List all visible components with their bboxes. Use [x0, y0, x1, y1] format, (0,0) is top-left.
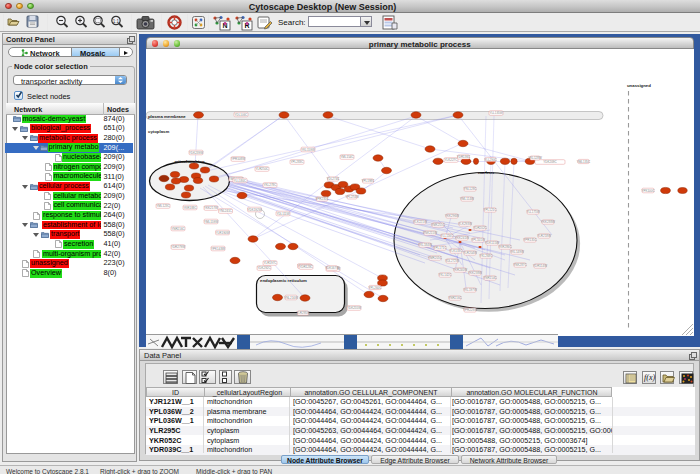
svg-text:YNK215W: YNK215W: [423, 231, 437, 235]
svg-text:YKR286C: YKR286C: [498, 245, 512, 249]
svg-text:YPL101W: YPL101W: [471, 238, 485, 242]
svg-text:YLL290C: YLL290C: [484, 158, 497, 162]
svg-text:YKL128W: YKL128W: [528, 156, 542, 160]
svg-text:YKK296W: YKK296W: [445, 214, 459, 218]
svg-text:YLL135W: YLL135W: [489, 111, 502, 115]
svg-text:YPL121C: YPL121C: [484, 208, 498, 212]
svg-text:YML123C: YML123C: [156, 204, 170, 208]
svg-text:YDR114W: YDR114W: [533, 264, 547, 268]
svg-text:cytoplasm: cytoplasm: [148, 129, 169, 134]
svg-text:mitochondrion: mitochondrion: [174, 159, 204, 164]
svg-text:YPL274W: YPL274W: [345, 195, 359, 199]
svg-text:YKL149W: YKL149W: [510, 250, 524, 254]
svg-text:YKL268C: YKL268C: [480, 254, 494, 258]
svg-text:YDK209C: YDK209C: [543, 160, 557, 164]
svg-text:YPR135C: YPR135C: [523, 238, 537, 242]
svg-text:YPK143W: YPK143W: [211, 247, 225, 251]
svg-text:YDK167W: YDK167W: [325, 266, 339, 270]
svg-text:YKK241W: YKK241W: [455, 236, 469, 240]
svg-text:YMR205C: YMR205C: [428, 256, 443, 260]
svg-text:YDK192W: YDK192W: [247, 208, 261, 212]
svg-text:YDR202C: YDR202C: [473, 226, 487, 230]
svg-text:YKL142C: YKL142C: [439, 273, 453, 277]
svg-text:YLL180C: YLL180C: [234, 179, 247, 183]
svg-text:unassigned: unassigned: [627, 83, 651, 88]
svg-text:YKR240W: YKR240W: [453, 268, 467, 272]
svg-text:YLK133C: YLK133C: [450, 249, 464, 253]
svg-text:YDK239W: YDK239W: [189, 151, 203, 155]
svg-text:YLR295W: YLR295W: [296, 311, 310, 315]
svg-text:YLL175W: YLL175W: [526, 210, 539, 214]
svg-text:YML135C: YML135C: [577, 160, 591, 164]
svg-text:YMK255C: YMK255C: [431, 223, 446, 227]
svg-text:YDK292C: YDK292C: [257, 266, 271, 270]
svg-text:YDK115W: YDK115W: [485, 241, 499, 245]
svg-text:YLR197C: YLR197C: [263, 261, 277, 265]
svg-text:YKL159W: YKL159W: [301, 148, 315, 152]
svg-text:YML154C: YML154C: [340, 155, 354, 159]
svg-text:YDR136C: YDR136C: [457, 155, 471, 159]
svg-text:YDL274C: YDL274C: [326, 177, 340, 181]
svg-text:YPL171C: YPL171C: [434, 246, 448, 250]
svg-text:YKL184W: YKL184W: [418, 243, 432, 247]
svg-text:YLK221W: YLK221W: [413, 220, 427, 224]
svg-text:YPR235C: YPR235C: [315, 197, 329, 201]
svg-text:YDL111W: YDL111W: [276, 212, 289, 216]
svg-text:YML114W: YML114W: [460, 197, 474, 201]
svg-text:YLK293W: YLK293W: [458, 222, 472, 226]
svg-text:YPK100C: YPK100C: [641, 189, 655, 193]
svg-text:YLR218W: YLR218W: [537, 234, 551, 238]
svg-text:YNR154C: YNR154C: [483, 276, 497, 280]
svg-text:plasma membrane: plasma membrane: [148, 114, 186, 119]
svg-text:1:1: 1:1: [113, 19, 120, 24]
svg-text:YDL106C: YDL106C: [234, 113, 248, 117]
svg-text:YKR188C: YKR188C: [183, 206, 197, 210]
svg-text:YPR228W: YPR228W: [463, 308, 477, 312]
svg-text:YNK287C: YNK287C: [513, 263, 527, 267]
svg-text:YML159W: YML159W: [204, 220, 218, 224]
svg-text:YPL283C: YPL283C: [291, 160, 305, 164]
svg-text:YNL128C: YNL128C: [463, 187, 477, 191]
svg-text:YNR216C: YNR216C: [171, 227, 185, 231]
svg-text:YKK238W: YKK238W: [468, 271, 482, 275]
svg-text:YNL241C: YNL241C: [219, 209, 233, 213]
svg-text:YDK255W: YDK255W: [347, 306, 361, 310]
svg-text:YDL272W: YDL272W: [445, 259, 459, 263]
svg-text:endoplasmic reticulum: endoplasmic reticulum: [260, 278, 307, 283]
svg-text:YNL216W: YNL216W: [284, 296, 298, 300]
svg-text:YLL116C: YLL116C: [441, 234, 454, 238]
svg-text:YKL278C: YKL278C: [264, 183, 278, 187]
svg-text:YDR279W: YDR279W: [171, 245, 185, 249]
svg-text:YLR250C: YLR250C: [255, 167, 269, 171]
svg-text:YKK217W: YKK217W: [204, 206, 218, 210]
svg-text:YKL197W: YKL197W: [463, 288, 477, 292]
svg-text:YLR204W: YLR204W: [463, 251, 477, 255]
svg-text:YDR128C: YDR128C: [299, 265, 313, 269]
svg-text:YPL198C: YPL198C: [362, 179, 376, 183]
svg-text:YLR190W: YLR190W: [216, 231, 230, 235]
svg-text:YPL260C: YPL260C: [369, 286, 383, 290]
svg-text:YKK288W: YKK288W: [541, 220, 555, 224]
svg-text:YPR108W: YPR108W: [231, 157, 245, 161]
svg-text:YNR216C: YNR216C: [448, 296, 462, 300]
